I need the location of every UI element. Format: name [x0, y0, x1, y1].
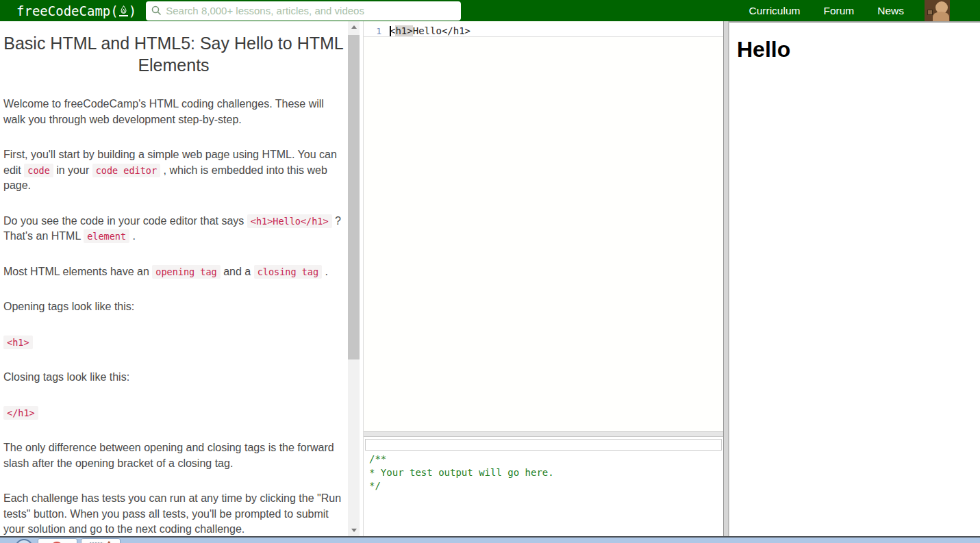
inline-code: opening tag — [152, 265, 220, 279]
editor-console-splitter[interactable] — [364, 431, 723, 437]
avatar-image-part — [927, 10, 933, 15]
console-top-strip — [365, 439, 722, 451]
inline-code: <h1> — [3, 336, 33, 349]
editor-preview-divider — [723, 21, 729, 536]
instruction-paragraph: The only difference between opening and … — [3, 440, 344, 471]
inline-code: <h1>Hello</h1> — [247, 214, 332, 228]
instruction-paragraph: Closing tags look like this: — [3, 370, 344, 386]
nav-link-curriculum[interactable]: Curriculum — [749, 5, 801, 17]
arrow-up-icon — [351, 25, 357, 29]
inline-code: closing tag — [254, 265, 322, 279]
code-content: <h1>Hello</h1> — [390, 25, 470, 36]
inline-code: element — [84, 229, 129, 243]
logo-paren-close: ) — [129, 3, 136, 18]
challenge-instructions-panel: Basic HTML and HTML5: Say Hello to HTML … — [0, 21, 348, 536]
inline-code: code editor — [92, 164, 160, 177]
challenge-description: Welcome to freeCodeCamp's HTML coding ch… — [3, 97, 344, 536]
editor-line-1[interactable]: 1 <h1>Hello</h1> — [364, 25, 723, 37]
test-output-panel: /** * Your test output will go here. */ — [364, 437, 723, 536]
inline-code: </h1> — [3, 406, 38, 420]
instruction-paragraph: Welcome to freeCodeCamp's HTML coding ch… — [3, 97, 344, 127]
instructions-scrollbar[interactable] — [348, 21, 360, 536]
editor-column: 1 <h1>Hello</h1> /** * Your test output … — [364, 21, 723, 536]
scroll-down-button[interactable] — [348, 525, 360, 536]
avatar-image-part — [933, 12, 949, 21]
top-navbar: freeCodeCamp() CurriculumForumNews — [0, 0, 980, 21]
instruction-paragraph: Each challenge has tests you can run at … — [3, 491, 344, 536]
text-cursor — [390, 26, 391, 36]
challenge-title: Basic HTML and HTML5: Say Hello to HTML … — [3, 32, 344, 76]
search-icon — [151, 5, 162, 16]
logo-text: freeCodeCamp — [16, 3, 110, 18]
instruction-paragraph: First, you'll start by building a simple… — [3, 147, 344, 194]
taskbar-item[interactable] — [38, 538, 77, 543]
test-output-text: /** * Your test output will go here. */ — [365, 453, 722, 493]
main-content: Basic HTML and HTML5: Say Hello to HTML … — [0, 21, 980, 536]
arrow-down-icon — [351, 529, 357, 532]
taskbar-partial — [0, 538, 980, 543]
taskbar-item[interactable] — [81, 538, 121, 543]
code-token: > — [407, 25, 412, 36]
inline-code: code — [24, 164, 53, 177]
search-box — [146, 1, 461, 21]
user-avatar[interactable] — [925, 0, 950, 21]
freecodecamp-logo[interactable]: freeCodeCamp() — [16, 3, 136, 18]
instruction-paragraph: Do you see the code in your code editor … — [3, 214, 344, 244]
instruction-paragraph: </h1> — [3, 405, 344, 421]
scrollbar-thumb[interactable] — [348, 35, 360, 359]
code-token: h1 — [395, 25, 407, 36]
instruction-paragraph: <h1> — [3, 335, 344, 351]
logo-paren-open: ( — [110, 3, 118, 18]
flame-icon — [119, 5, 128, 16]
search-input[interactable] — [166, 5, 455, 16]
line-number: 1 — [364, 26, 390, 36]
navbar-links: CurriculumForumNews — [749, 5, 905, 17]
code-editor[interactable]: 1 <h1>Hello</h1> — [364, 21, 723, 431]
start-orb-icon[interactable] — [15, 539, 33, 543]
instruction-paragraph: Most HTML elements have an opening tag a… — [3, 264, 344, 280]
preview-pane: Hello — [729, 21, 980, 536]
instruction-paragraph: Opening tags look like this: — [3, 299, 344, 315]
nav-link-forum[interactable]: Forum — [823, 5, 854, 17]
preview-heading: Hello — [737, 37, 980, 62]
nav-link-news[interactable]: News — [877, 5, 904, 17]
code-token: Hello</h1> — [413, 25, 470, 36]
scroll-up-button[interactable] — [348, 21, 360, 33]
